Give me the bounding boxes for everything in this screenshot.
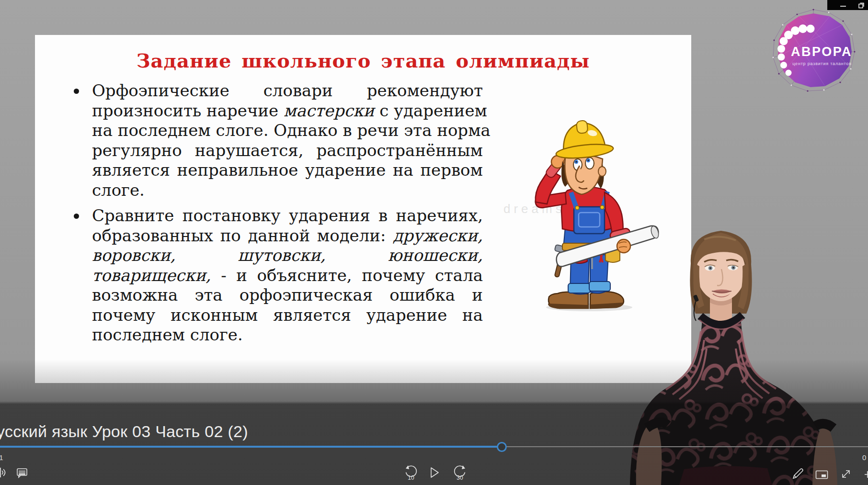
- bullet-dot: [74, 89, 79, 94]
- slide-text-line: Орфоэпические словари рекомендуют: [92, 81, 483, 101]
- bullet-dot: [74, 214, 79, 219]
- slide-text-line: на последнем слоге. Однако в речи эта но…: [92, 121, 483, 141]
- subtitles-button[interactable]: [16, 468, 28, 478]
- elapsed-time: 41: [0, 453, 3, 462]
- play-button[interactable]: [429, 466, 440, 479]
- avrora-logo: АВРОРА центр развития талантов: [770, 9, 857, 92]
- app-window: Задание школьного этапа олимпиады Орфоэп…: [0, 0, 868, 485]
- minimize-button[interactable]: [840, 2, 846, 8]
- elapsed-time-clip: 41: [0, 453, 6, 463]
- skip-forward-button[interactable]: 30: [453, 465, 467, 481]
- slide-text-line: образованных по данной модели: дружески,: [92, 226, 483, 246]
- slide-bullet-1: Орфоэпические словари рекомендуютпроизно…: [92, 81, 483, 200]
- slide-text-line: воровски, шутовски, юношески,: [92, 246, 483, 266]
- slide-text: Орфоэпические словари рекомендуютпроизно…: [92, 81, 483, 345]
- presenter-person: [623, 206, 868, 485]
- draw-pencil-button[interactable]: [791, 467, 805, 480]
- window-controls-bar: [827, 0, 868, 10]
- slide-text-line: возможна эта орфоэпическая ошибка и: [92, 285, 483, 305]
- slide-text-line: последнем слоге.: [92, 325, 483, 345]
- lesson-slide: Задание школьного этапа олимпиады Орфоэп…: [35, 35, 691, 383]
- skip-back-button[interactable]: 10: [404, 465, 418, 481]
- progress-bar-fill: [0, 446, 502, 448]
- logo-wordmark: АВРОРА: [791, 45, 852, 59]
- remaining-time: 0: [862, 453, 866, 462]
- slide-text-line: произносить наречие мастерски с ударение…: [92, 101, 483, 121]
- slide-text-line: слоге.: [92, 180, 483, 201]
- svg-text:10: 10: [408, 474, 414, 481]
- volume-button[interactable]: [0, 466, 7, 479]
- slide-text-line: регулярно нарушается, распространённым: [92, 141, 483, 161]
- restore-down-button[interactable]: [858, 1, 865, 9]
- video-title: Русский язык Урок 03 Часть 02 (2): [0, 422, 248, 441]
- slide-title: Задание школьного этапа олимпиады: [35, 49, 691, 72]
- fullscreen-button[interactable]: [840, 468, 852, 480]
- more-options-partial-icon[interactable]: [864, 471, 868, 478]
- slide-bullet-2: Сравните постановку ударения в наречиях,…: [92, 206, 483, 345]
- slide-text-line: Сравните постановку ударения в наречиях,: [92, 206, 483, 226]
- mini-player-button[interactable]: [815, 470, 828, 479]
- svg-text:30: 30: [457, 474, 463, 481]
- logo-tagline: центр развития талантов: [792, 61, 852, 66]
- slide-text-line: является неправильное ударение на первом: [92, 160, 483, 180]
- slide-text-line: товарищески, - и объясните, почему стала: [92, 266, 483, 286]
- slide-text-line: почему исконным является ударение на: [92, 305, 483, 326]
